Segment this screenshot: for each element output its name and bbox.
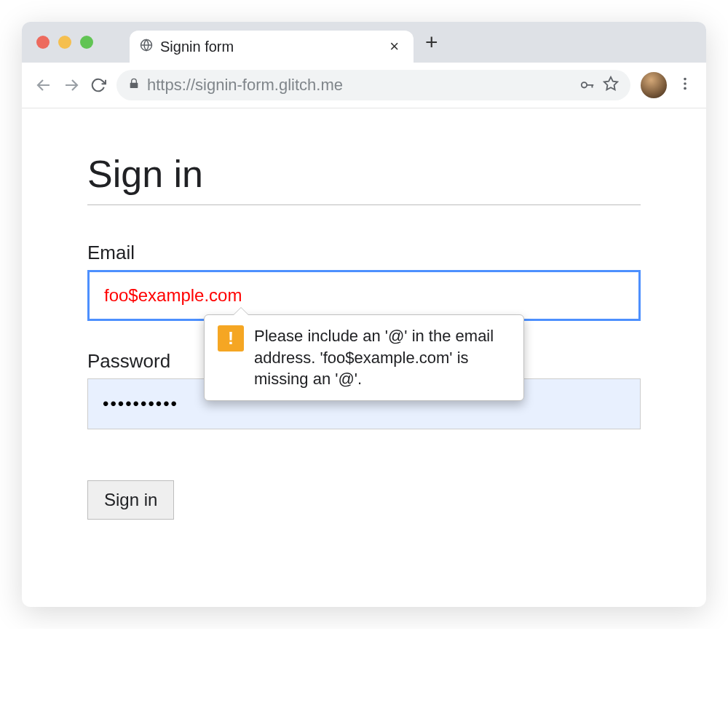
- traffic-lights: [22, 36, 108, 49]
- back-button[interactable]: [35, 76, 52, 94]
- reload-button[interactable]: [90, 77, 106, 93]
- tab-title: Signin form: [160, 39, 378, 55]
- svg-marker-7: [604, 77, 617, 90]
- page-title: Sign in: [87, 152, 641, 205]
- validation-tooltip: ! Please include an '@' in the email add…: [204, 314, 524, 401]
- address-bar[interactable]: https://signin-form.glitch.me: [116, 70, 630, 100]
- warning-icon: !: [218, 325, 244, 352]
- browser-tab[interactable]: Signin form ×: [130, 31, 414, 63]
- page-content: Sign in Email ! Please include an '@' in…: [22, 108, 706, 607]
- profile-avatar[interactable]: [641, 72, 667, 98]
- email-input[interactable]: [87, 270, 641, 321]
- close-window-button[interactable]: [36, 36, 50, 49]
- bookmark-star-icon[interactable]: [603, 76, 619, 95]
- browser-toolbar: https://signin-form.glitch.me: [22, 63, 706, 108]
- signin-button[interactable]: Sign in: [87, 480, 174, 520]
- window-titlebar: Signin form × +: [22, 22, 706, 63]
- email-field-block: Email ! Please include an '@' in the ema…: [87, 242, 641, 321]
- maximize-window-button[interactable]: [80, 36, 93, 49]
- minimize-window-button[interactable]: [58, 36, 71, 49]
- svg-point-9: [684, 82, 687, 85]
- email-label: Email: [87, 242, 641, 264]
- key-icon[interactable]: [579, 76, 596, 95]
- svg-point-10: [684, 87, 687, 90]
- url-text: https://signin-form.glitch.me: [147, 76, 572, 95]
- browser-window: Signin form × + https://signin-form.glit…: [22, 22, 706, 607]
- new-tab-button[interactable]: +: [414, 31, 450, 53]
- svg-point-8: [684, 78, 687, 81]
- forward-button[interactable]: [63, 76, 80, 94]
- tooltip-message: Please include an '@' in the email addre…: [254, 325, 510, 390]
- tab-close-button[interactable]: ×: [385, 37, 403, 56]
- lock-icon: [128, 78, 140, 92]
- globe-icon: [140, 39, 153, 55]
- browser-menu-button[interactable]: [677, 76, 693, 95]
